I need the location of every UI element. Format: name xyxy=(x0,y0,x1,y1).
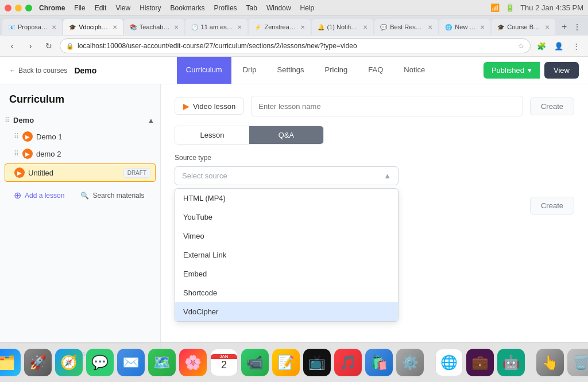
tab-close-icon[interactable]: ✕ xyxy=(52,24,56,30)
back-to-courses-link[interactable]: ← Back to courses xyxy=(9,67,67,75)
lock-icon: 🔒 xyxy=(66,42,74,50)
lesson-item-active[interactable]: ▶ Untitled DRAFT xyxy=(5,163,156,182)
refresh-button[interactable]: ↻ xyxy=(41,38,56,53)
menu-file[interactable]: File xyxy=(74,4,85,12)
tab-11am[interactable]: 🕐 11 am est t... ✕ xyxy=(185,19,248,35)
extensions-icon[interactable]: 🧩 xyxy=(534,38,549,53)
tab-close-icon[interactable]: ✕ xyxy=(300,24,305,30)
option-vdocipher[interactable]: VdoCipher xyxy=(175,302,398,321)
profile-icon[interactable]: 👤 xyxy=(551,38,566,53)
dock-slack[interactable]: 💼 xyxy=(466,349,494,376)
menu-tab[interactable]: Tab xyxy=(246,4,257,12)
menu-view[interactable]: View xyxy=(115,4,130,12)
dock-notes[interactable]: 📝 xyxy=(272,349,300,376)
tab-teachable[interactable]: 📚 Teachable... ✕ xyxy=(124,19,184,35)
browser-tabs-row: 📧 Proposal f... ✕ 🎓 Vdocipher... ✕ 📚 Tea… xyxy=(0,16,588,36)
menu-edit[interactable]: Edit xyxy=(95,4,107,12)
chevron-up-icon: ▲ xyxy=(384,171,391,180)
dock-trash[interactable]: 🗑️ xyxy=(567,349,588,376)
dock-mail[interactable]: ✉️ xyxy=(117,349,145,376)
dock-music[interactable]: 🎵 xyxy=(334,349,362,376)
dock-openai[interactable]: 🤖 xyxy=(497,349,525,376)
tab-faq[interactable]: FAQ xyxy=(359,57,392,84)
tab-drip[interactable]: Drip xyxy=(234,57,266,84)
dock-settings[interactable]: ⚙️ xyxy=(396,349,424,376)
address-bar[interactable]: 🔒 localhost:10008/user-account/edit-cour… xyxy=(60,38,531,53)
tab-close-icon[interactable]: ✕ xyxy=(428,24,432,30)
view-button[interactable]: View xyxy=(544,62,579,79)
option-embed[interactable]: Embed xyxy=(175,264,398,283)
search-materials-button[interactable]: 🔍 Search materials xyxy=(74,187,151,204)
menu-help[interactable]: Help xyxy=(300,4,315,12)
dock-appstore[interactable]: 🛍️ xyxy=(365,349,393,376)
dock-launchpad[interactable]: 🚀 xyxy=(24,349,52,376)
menu-history[interactable]: History xyxy=(140,4,161,12)
source-select-placeholder: Select source xyxy=(182,171,227,180)
lesson-item[interactable]: ⠿ ▶ Demo 1 xyxy=(0,128,160,145)
dock-touchid[interactable]: 👆 xyxy=(536,349,564,376)
dock-chrome[interactable]: 🌐 xyxy=(435,349,463,376)
tab-curriculum[interactable]: Curriculum xyxy=(177,57,231,84)
tab-close-icon[interactable]: ✕ xyxy=(363,24,368,30)
lesson-name-input[interactable] xyxy=(251,96,523,116)
tab-close-icon[interactable]: ✕ xyxy=(113,24,117,30)
dock-safari[interactable]: 🧭 xyxy=(55,349,83,376)
tab-notifications[interactable]: 🔔 (1) Notifica... ✕ xyxy=(312,19,374,35)
content-area: ▶ Video lesson Create Lesson Q&A Source … xyxy=(161,84,588,382)
tab-close-icon[interactable]: ✕ xyxy=(237,24,242,30)
lesson-content-create-button[interactable]: Create xyxy=(530,197,574,215)
video-lesson-badge[interactable]: ▶ Video lesson xyxy=(175,98,244,115)
tab-close-icon[interactable]: ✕ xyxy=(480,24,485,30)
tab-qna[interactable]: Q&A xyxy=(249,126,323,144)
create-button[interactable]: Create xyxy=(530,98,574,115)
source-type-section: Source type Select source ▲ HTML (MP4) Y… xyxy=(175,154,574,185)
tab-lesson[interactable]: Lesson xyxy=(175,126,249,144)
dock-photos[interactable]: 🌸 xyxy=(179,349,207,376)
new-tab-button[interactable]: + xyxy=(556,19,572,35)
tab-bestrespo[interactable]: 💬 Best Respo... ✕ xyxy=(374,19,438,35)
forward-button[interactable]: › xyxy=(23,38,38,53)
tab-settings[interactable]: Settings xyxy=(268,57,314,84)
published-button[interactable]: Published ▾ xyxy=(483,62,540,79)
option-vimeo[interactable]: Vimeo xyxy=(175,227,398,245)
option-youtube[interactable]: YouTube xyxy=(175,208,398,227)
tab-coursebuild[interactable]: 🎓 Course Buil... ✕ xyxy=(492,19,555,35)
add-lesson-button[interactable]: ⊕ Add a lesson xyxy=(5,185,74,205)
dock-maps[interactable]: 🗺️ xyxy=(148,349,176,376)
lesson-tabs: Lesson Q&A xyxy=(175,126,324,145)
dock-facetime[interactable]: 📹 xyxy=(241,349,269,376)
sidebar-title: Curriculum xyxy=(0,93,160,112)
source-select-trigger[interactable]: Select source ▲ xyxy=(175,166,399,185)
tab-close-icon[interactable]: ✕ xyxy=(545,24,550,30)
tab-list-icon[interactable]: ⋮ xyxy=(573,22,581,32)
option-external-link[interactable]: External Link xyxy=(175,245,398,264)
maximize-button[interactable] xyxy=(25,5,32,11)
section-toggle-icon[interactable]: ▲ xyxy=(148,116,154,124)
tab-newtab[interactable]: 🌐 New Tab ✕ xyxy=(439,19,490,35)
tab-close-icon[interactable]: ✕ xyxy=(174,24,179,30)
dock-appletv[interactable]: 📺 xyxy=(303,349,331,376)
option-shortcode[interactable]: Shortcode xyxy=(175,283,398,302)
tab-zenstream[interactable]: ⚡ Zenstream... ✕ xyxy=(249,19,310,35)
back-button[interactable]: ‹ xyxy=(5,38,20,53)
tab-vdocipher[interactable]: 🎓 Vdocipher... ✕ xyxy=(63,19,123,35)
star-icon[interactable]: ☆ xyxy=(518,42,524,50)
close-button[interactable] xyxy=(5,5,11,11)
tab-proposal[interactable]: 📧 Proposal f... ✕ xyxy=(2,19,62,35)
menu-bar[interactable]: File Edit View History Bookmarks Profile… xyxy=(74,4,314,12)
menu-window[interactable]: Window xyxy=(266,4,291,12)
source-type-dropdown[interactable]: Select source ▲ HTML (MP4) YouTube Vimeo… xyxy=(175,166,399,185)
dock-calendar[interactable]: JAN2 xyxy=(210,349,238,376)
option-html-mp4[interactable]: HTML (MP4) xyxy=(175,189,398,208)
tab-notice[interactable]: Notice xyxy=(394,57,434,84)
dock-messages[interactable]: 💬 xyxy=(86,349,114,376)
menu-bookmarks[interactable]: Bookmarks xyxy=(171,4,205,12)
menu-profiles[interactable]: Profiles xyxy=(214,4,237,12)
more-icon[interactable]: ⋮ xyxy=(568,38,583,53)
section-header[interactable]: ⠿ Demo ▲ xyxy=(0,112,160,128)
drag-handle-icon: ⠿ xyxy=(5,116,10,124)
tab-pricing[interactable]: Pricing xyxy=(316,57,357,84)
minimize-button[interactable] xyxy=(15,5,22,11)
lesson-item[interactable]: ⠿ ▶ demo 2 xyxy=(0,145,160,162)
dock-finder[interactable]: 🗂️ xyxy=(0,349,21,376)
